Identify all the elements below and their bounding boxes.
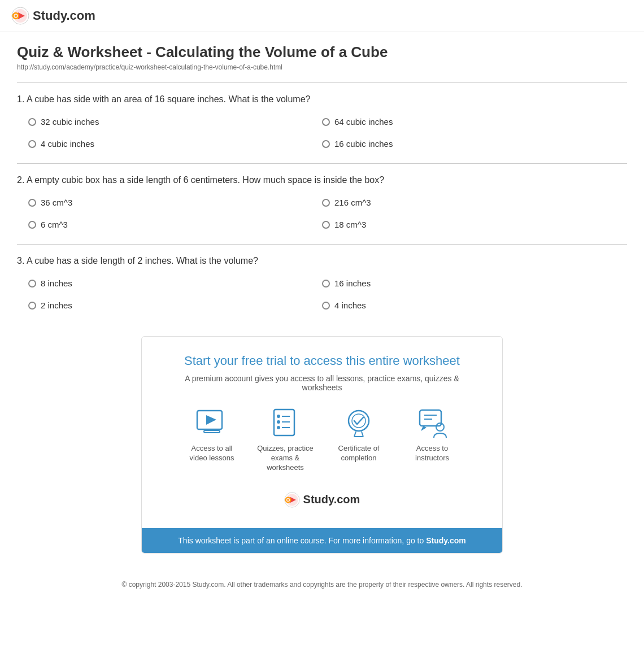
radio-button[interactable] [322, 140, 330, 148]
promo-logo-icon [284, 492, 300, 508]
svg-marker-24 [421, 426, 427, 431]
promo-logo-text: Study.com [303, 493, 360, 506]
feature-quizzes: Quizzes, practiceexams & worksheets [257, 406, 314, 473]
question-1-options: 32 cubic inches64 cubic inches4 cubic in… [17, 114, 627, 152]
option-1-2[interactable]: 64 cubic inches [322, 114, 616, 130]
questions-container: 1. A cube has side with an area of 16 sq… [17, 82, 627, 319]
question-2-options: 36 cm^3216 cm^36 cm^318 cm^3 [17, 194, 627, 233]
option-2-1[interactable]: 36 cm^3 [28, 194, 322, 211]
option-label: 216 cm^3 [334, 198, 371, 207]
option-label: 36 cm^3 [41, 198, 72, 207]
instructor-icon [415, 406, 449, 439]
logo-icon [11, 7, 29, 25]
promo-footer-text: This worksheet is part of an online cour… [178, 536, 426, 545]
radio-button[interactable] [322, 221, 330, 229]
site-logo[interactable]: Study.com [11, 7, 95, 25]
option-3-3[interactable]: 2 inches [28, 297, 322, 313]
svg-rect-8 [208, 429, 215, 431]
feature-certificate: Certificate ofcompletion [330, 406, 387, 473]
svg-point-4 [15, 15, 17, 17]
option-label: 18 cm^3 [334, 220, 366, 229]
option-label: 8 inches [41, 278, 72, 288]
main-content: Quiz & Worksheet - Calculating the Volum… [0, 32, 644, 611]
svg-point-12 [277, 420, 280, 424]
svg-point-10 [277, 415, 280, 418]
radio-button[interactable] [28, 302, 36, 310]
option-2-4[interactable]: 18 cm^3 [322, 216, 616, 233]
radio-button[interactable] [28, 118, 36, 126]
radio-button[interactable] [28, 140, 36, 148]
option-label: 16 inches [334, 278, 371, 288]
question-2: 2. A empty cubic box has a side length o… [17, 163, 627, 238]
video-icon [195, 406, 229, 439]
feature-video-label: Access to allvideo lessons [184, 444, 240, 463]
option-label: 2 inches [41, 300, 72, 310]
option-label: 64 cubic inches [334, 117, 393, 127]
svg-line-18 [354, 432, 356, 437]
svg-line-19 [362, 432, 363, 437]
certificate-icon [342, 406, 376, 439]
question-2-text: 2. A empty cubic box has a side length o… [17, 175, 627, 185]
svg-point-30 [287, 499, 289, 501]
promo-footer-link[interactable]: Study.com [426, 536, 466, 545]
radio-button[interactable] [322, 118, 330, 126]
radio-button[interactable] [322, 199, 330, 207]
option-2-2[interactable]: 216 cm^3 [322, 194, 616, 211]
radio-button[interactable] [28, 280, 36, 288]
promo-title: Start your free trial to access this ent… [164, 354, 480, 368]
radio-button[interactable] [28, 221, 36, 229]
option-3-2[interactable]: 16 inches [322, 275, 616, 291]
copyright: © copyright 2003-2015 Study.com. All oth… [17, 570, 627, 599]
option-label: 16 cubic inches [334, 139, 393, 149]
option-label: 32 cubic inches [41, 117, 99, 127]
option-1-3[interactable]: 4 cubic inches [28, 136, 322, 152]
promo-box: Start your free trial to access this ent… [141, 336, 503, 554]
logo-text: Study.com [33, 8, 95, 23]
quiz-icon [268, 406, 302, 439]
page-title: Quiz & Worksheet - Calculating the Volum… [17, 43, 627, 61]
svg-marker-6 [206, 415, 216, 425]
radio-button[interactable] [322, 302, 330, 310]
option-1-1[interactable]: 32 cubic inches [28, 114, 322, 130]
feature-instructors: Access toinstructors [404, 406, 460, 473]
radio-button[interactable] [322, 280, 330, 288]
question-1-text: 1. A cube has side with an area of 16 sq… [17, 94, 627, 104]
promo-content: Start your free trial to access this ent… [142, 337, 502, 528]
promo-features: Access to allvideo lessons [164, 406, 480, 473]
option-3-4[interactable]: 4 inches [322, 297, 616, 313]
question-3: 3. A cube has a side length of 2 inches.… [17, 244, 627, 319]
feature-video: Access to allvideo lessons [184, 406, 240, 473]
option-2-3[interactable]: 6 cm^3 [28, 216, 322, 233]
option-3-1[interactable]: 8 inches [28, 275, 322, 291]
page-url: http://study.com/academy/practice/quiz-w… [17, 63, 627, 71]
promo-logo: Study.com [164, 486, 480, 517]
page-header: Study.com [0, 0, 644, 32]
option-label: 6 cm^3 [41, 220, 68, 229]
feature-instructors-label: Access toinstructors [404, 444, 460, 463]
promo-footer: This worksheet is part of an online cour… [142, 528, 502, 553]
feature-certificate-label: Certificate ofcompletion [330, 444, 387, 463]
question-3-text: 3. A cube has a side length of 2 inches.… [17, 256, 627, 266]
question-1: 1. A cube has side with an area of 16 sq… [17, 82, 627, 158]
svg-point-14 [277, 426, 280, 429]
feature-quizzes-label: Quizzes, practiceexams & worksheets [257, 444, 314, 473]
question-3-options: 8 inches16 inches2 inches4 inches [17, 275, 627, 313]
option-label: 4 inches [334, 300, 366, 310]
promo-subtitle: A premium account gives you access to al… [164, 374, 480, 392]
radio-button[interactable] [28, 199, 36, 207]
svg-point-25 [436, 423, 444, 431]
option-label: 4 cubic inches [41, 139, 94, 149]
option-1-4[interactable]: 16 cubic inches [322, 136, 616, 152]
